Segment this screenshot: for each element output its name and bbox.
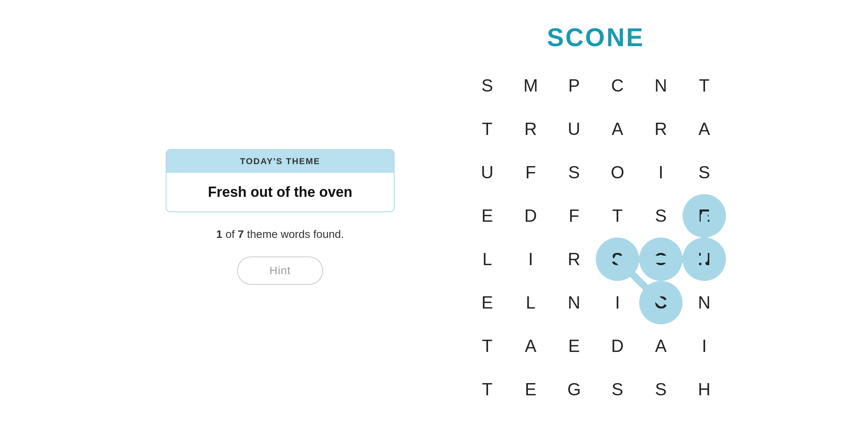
cell-r1-c4[interactable]: R — [639, 107, 683, 151]
left-panel: TODAY'S THEME Fresh out of the oven 1 of… — [142, 149, 418, 285]
cell-r0-c4[interactable]: N — [639, 64, 683, 107]
cell-r2-c3[interactable]: O — [596, 151, 639, 194]
cell-r6-c1[interactable]: A — [509, 324, 552, 368]
puzzle-title: SCONE — [547, 23, 645, 52]
theme-card-header: TODAY'S THEME — [166, 150, 394, 173]
cell-r1-c2[interactable]: U — [552, 107, 596, 151]
cell-r0-c2[interactable]: P — [552, 64, 596, 107]
cell-r7-c1[interactable]: E — [509, 368, 552, 411]
cell-r7-c3[interactable]: S — [596, 368, 639, 411]
hint-button[interactable]: Hint — [237, 256, 323, 285]
cell-r4-c5[interactable]: N — [683, 238, 726, 281]
letter-grid[interactable]: SMPCNTTRUARAUFSOISEDFTSELIRSONELNICNTAED… — [466, 64, 726, 411]
cell-r3-c1[interactable]: D — [509, 194, 552, 238]
cell-r5-c0[interactable]: E — [466, 281, 509, 324]
cell-r4-c3[interactable]: S — [596, 238, 639, 281]
words-found-text: 1 of 7 theme words found. — [216, 228, 344, 241]
cell-r0-c1[interactable]: M — [509, 64, 552, 107]
cell-r6-c5[interactable]: I — [683, 324, 726, 368]
cell-r6-c2[interactable]: E — [552, 324, 596, 368]
cell-r5-c3[interactable]: I — [596, 281, 639, 324]
cell-r6-c4[interactable]: A — [639, 324, 683, 368]
cell-r7-c5[interactable]: H — [683, 368, 726, 411]
grid-container: SMPCNTTRUARAUFSOISEDFTSELIRSONELNICNTAED… — [466, 64, 726, 411]
cell-r4-c2[interactable]: R — [552, 238, 596, 281]
cell-r3-c4[interactable]: S — [639, 194, 683, 238]
main-container: TODAY'S THEME Fresh out of the oven 1 of… — [0, 0, 868, 434]
theme-card: TODAY'S THEME Fresh out of the oven — [166, 149, 395, 212]
cell-r3-c0[interactable]: E — [466, 194, 509, 238]
cell-r3-c5[interactable]: E — [683, 194, 726, 238]
right-panel: SCONE SMPCNTTRUARAUFSOISEDFTSELIRSONELNI… — [466, 23, 726, 411]
theme-card-body: Fresh out of the oven — [166, 173, 394, 211]
cell-r2-c2[interactable]: S — [552, 151, 596, 194]
cell-r0-c0[interactable]: S — [466, 64, 509, 107]
cell-r6-c0[interactable]: T — [466, 324, 509, 368]
cell-r1-c5[interactable]: A — [683, 107, 726, 151]
cell-r4-c1[interactable]: I — [509, 238, 552, 281]
cell-r4-c4[interactable]: O — [639, 238, 683, 281]
cell-r5-c4[interactable]: C — [639, 281, 683, 324]
cell-r3-c2[interactable]: F — [552, 194, 596, 238]
cell-r0-c3[interactable]: C — [596, 64, 639, 107]
cell-r7-c0[interactable]: T — [466, 368, 509, 411]
cell-r5-c5[interactable]: N — [683, 281, 726, 324]
words-found-count: 1 — [216, 228, 223, 240]
words-found-of: of — [225, 228, 238, 240]
cell-r7-c4[interactable]: S — [639, 368, 683, 411]
cell-r7-c2[interactable]: G — [552, 368, 596, 411]
cell-r1-c3[interactable]: A — [596, 107, 639, 151]
cell-r6-c3[interactable]: D — [596, 324, 639, 368]
words-found-suffix: theme words found. — [247, 228, 344, 240]
cell-r5-c2[interactable]: N — [552, 281, 596, 324]
cell-r0-c5[interactable]: T — [683, 64, 726, 107]
cell-r1-c0[interactable]: T — [466, 107, 509, 151]
cell-r2-c5[interactable]: S — [683, 151, 726, 194]
cell-r2-c4[interactable]: I — [639, 151, 683, 194]
cell-r4-c0[interactable]: L — [466, 238, 509, 281]
cell-r1-c1[interactable]: R — [509, 107, 552, 151]
cell-r3-c3[interactable]: T — [596, 194, 639, 238]
cell-r2-c0[interactable]: U — [466, 151, 509, 194]
cell-r2-c1[interactable]: F — [509, 151, 552, 194]
cell-r5-c1[interactable]: L — [509, 281, 552, 324]
words-total-count: 7 — [238, 228, 244, 240]
